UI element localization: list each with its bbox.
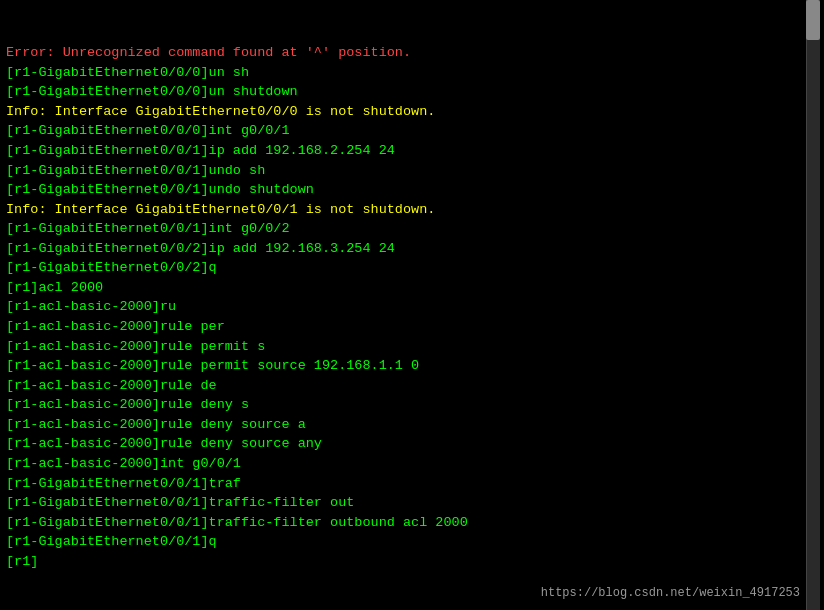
terminal-line: [r1-acl-basic-2000]rule de [6, 376, 814, 396]
terminal-line: [r1-GigabitEthernet0/0/0]int g0/0/1 [6, 121, 814, 141]
terminal-line: [r1-acl-basic-2000]rule deny source any [6, 434, 814, 454]
scrollbar-thumb[interactable] [806, 0, 820, 40]
terminal-line: [r1-GigabitEthernet0/0/1]ip add 192.168.… [6, 141, 814, 161]
terminal-line: [r1-GigabitEthernet0/0/1]traf [6, 474, 814, 494]
terminal-line: [r1] [6, 552, 814, 572]
terminal-line: [r1-acl-basic-2000]ru [6, 297, 814, 317]
terminal-line: Info: Interface GigabitEthernet0/0/0 is … [6, 102, 814, 122]
terminal-line: Info: Interface GigabitEthernet0/0/1 is … [6, 200, 814, 220]
terminal-line: Error: Unrecognized command found at '^'… [6, 43, 814, 63]
terminal-window: Error: Unrecognized command found at '^'… [0, 0, 820, 610]
scrollbar[interactable] [806, 0, 820, 610]
terminal-line: [r1-GigabitEthernet0/0/1]traffic-filter … [6, 493, 814, 513]
terminal-line: [r1-acl-basic-2000]rule permit s [6, 337, 814, 357]
terminal-line: [r1-GigabitEthernet0/0/2]q [6, 258, 814, 278]
terminal-line: [r1-GigabitEthernet0/0/0]un sh [6, 63, 814, 83]
terminal-line: [r1-GigabitEthernet0/0/2]ip add 192.168.… [6, 239, 814, 259]
terminal-output: Error: Unrecognized command found at '^'… [0, 0, 820, 575]
terminal-line: [r1-GigabitEthernet0/0/1]traffic-filter … [6, 513, 814, 533]
terminal-line: [r1-acl-basic-2000]rule permit source 19… [6, 356, 814, 376]
terminal-line: [r1-GigabitEthernet0/0/1]undo shutdown [6, 180, 814, 200]
terminal-line: [r1-GigabitEthernet0/0/1]q [6, 532, 814, 552]
terminal-line: [r1-acl-basic-2000]int g0/0/1 [6, 454, 814, 474]
terminal-line: [r1-GigabitEthernet0/0/0]un shutdown [6, 82, 814, 102]
terminal-line: [r1]acl 2000 [6, 278, 814, 298]
watermark: https://blog.csdn.net/weixin_4917253 [541, 585, 800, 602]
terminal-line: [r1-acl-basic-2000]rule deny s [6, 395, 814, 415]
terminal-line: [r1-GigabitEthernet0/0/1]int g0/0/2 [6, 219, 814, 239]
terminal-line: [r1-GigabitEthernet0/0/1]undo sh [6, 161, 814, 181]
terminal-line: [r1-acl-basic-2000]rule deny source a [6, 415, 814, 435]
terminal-line: [r1-acl-basic-2000]rule per [6, 317, 814, 337]
